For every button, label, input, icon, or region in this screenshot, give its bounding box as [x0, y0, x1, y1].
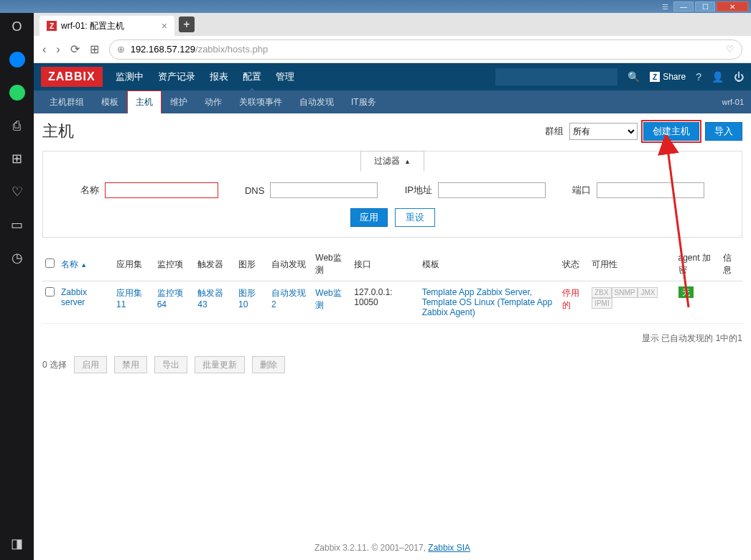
bulk-enable-button[interactable]: 启用 — [74, 356, 107, 373]
back-button[interactable]: ‹ — [42, 43, 46, 56]
graphs-link[interactable]: 图形 10 — [238, 288, 256, 309]
tab-close-button[interactable]: × — [162, 20, 167, 32]
col-items[interactable]: 监控项 — [154, 248, 195, 281]
row-checkbox[interactable] — [45, 287, 55, 297]
submenu-templates[interactable]: 模板 — [93, 90, 127, 114]
bookmark-heart-icon[interactable]: ♡ — [726, 44, 734, 55]
filter-tab[interactable]: 过滤器 ▲ — [360, 151, 424, 172]
submenu-hosts[interactable]: 主机 — [127, 90, 162, 114]
tab-favicon-icon: Z — [47, 21, 57, 31]
group-select[interactable]: 所有 — [569, 123, 638, 140]
tab-add-button[interactable]: + — [179, 17, 195, 32]
apps-icon[interactable]: ⊞ — [9, 151, 25, 167]
speeddial-button[interactable]: ⊞ — [90, 42, 99, 56]
submenu-correlation[interactable]: 关联项事件 — [230, 90, 291, 114]
whatsapp-icon[interactable] — [9, 85, 25, 101]
footer-link[interactable]: Zabbix SIA — [428, 543, 470, 553]
col-name[interactable]: 名称 ▲ — [58, 248, 113, 281]
col-status[interactable]: 状态 — [559, 248, 589, 281]
filter-ip-input[interactable] — [438, 182, 546, 198]
bulk-export-button[interactable]: 导出 — [154, 356, 187, 373]
triggers-link[interactable]: 触发器 43 — [197, 288, 223, 309]
discovery-link[interactable]: 自动发现 2 — [271, 288, 306, 309]
news-icon[interactable]: ▭ — [9, 217, 25, 233]
clock-icon[interactable]: ◷ — [9, 250, 25, 266]
search-icon[interactable]: 🔍 — [628, 71, 640, 83]
col-graphs[interactable]: 图形 — [235, 248, 269, 281]
browser-tab[interactable]: Z wrf-01: 配置主机 × — [39, 16, 174, 36]
col-info: 信息 — [720, 248, 742, 281]
filter-reset-button[interactable]: 重设 — [395, 208, 435, 227]
bulk-disable-button[interactable]: 禁用 — [114, 356, 147, 373]
bulk-actions: 0 选择 启用 禁用 导出 批量更新 删除 — [42, 356, 742, 373]
global-search-input[interactable] — [495, 68, 617, 85]
power-icon[interactable]: ⏻ — [734, 71, 744, 83]
filter-dns-label: DNS — [245, 185, 264, 196]
opera-logo-icon[interactable]: O — [9, 19, 25, 34]
menu-administration[interactable]: 管理 — [276, 62, 294, 91]
url-field[interactable]: ⊕ 192.168.57.129/zabbix/hosts.php ♡ — [109, 39, 742, 60]
help-icon[interactable]: ? — [696, 71, 701, 83]
zabbix-main-menu: 监测中 资产记录 报表 配置 管理 — [116, 62, 294, 91]
availability-badges: ZBXSNMPJMXIPMI — [589, 281, 675, 324]
titlebar-menu-icon[interactable]: ☰ — [658, 1, 672, 11]
col-web[interactable]: Web监测 — [312, 248, 351, 281]
bulk-massupdate-button[interactable]: 批量更新 — [195, 356, 245, 373]
filter-port-label: 端口 — [572, 184, 591, 197]
heart-icon[interactable]: ♡ — [9, 184, 25, 200]
globe-icon: ⊕ — [117, 44, 125, 55]
window-maximize-button[interactable]: ☐ — [695, 1, 715, 11]
submenu-maintenance[interactable]: 维护 — [162, 90, 196, 114]
menu-reports[interactable]: 报表 — [210, 62, 228, 91]
apps-link[interactable]: 应用集 11 — [116, 288, 142, 309]
page-title: 主机 — [42, 121, 74, 142]
web-link[interactable]: Web监测 — [315, 288, 341, 310]
status-link[interactable]: 停用的 — [562, 288, 579, 310]
col-templates: 模板 — [419, 248, 559, 281]
reload-button[interactable]: ⟳ — [70, 42, 80, 56]
menu-monitoring[interactable]: 监测中 — [116, 62, 144, 91]
window-minimize-button[interactable]: — — [673, 1, 694, 11]
bulk-delete-button[interactable]: 删除 — [252, 356, 285, 373]
col-apps[interactable]: 应用集 — [113, 248, 154, 281]
group-label: 群组 — [545, 125, 564, 138]
filter-port-input[interactable] — [597, 182, 704, 198]
filter-name-input[interactable] — [105, 182, 218, 198]
menu-configuration[interactable]: 配置 — [243, 62, 261, 91]
hosts-table: 名称 ▲ 应用集 监控项 触发器 图形 自动发现 Web监测 接口 模板 状态 … — [42, 248, 742, 324]
select-all-checkbox[interactable] — [45, 258, 55, 268]
table-footer-info: 显示 已自动发现的 1中的1 — [42, 332, 742, 345]
messenger-icon[interactable] — [9, 52, 25, 67]
url-text: 192.168.57.129/zabbix/hosts.php — [131, 44, 269, 55]
share-link[interactable]: Z Share — [650, 72, 686, 82]
col-encryption: agent 加密 — [676, 248, 721, 281]
selection-count: 0 选择 — [42, 359, 67, 371]
user-icon[interactable]: 👤 — [712, 71, 724, 83]
import-button[interactable]: 导入 — [705, 122, 742, 141]
submenu-hostgroups[interactable]: 主机群组 — [41, 90, 93, 114]
col-interface: 接口 — [351, 248, 419, 281]
sidebar-toggle-icon[interactable]: ◨ — [9, 536, 25, 551]
create-host-button[interactable]: 创建主机 — [643, 122, 699, 141]
items-link[interactable]: 监控项 64 — [157, 288, 183, 309]
submenu-itservices[interactable]: IT服务 — [342, 90, 385, 114]
filter-name-label: 名称 — [80, 184, 99, 197]
menu-inventory[interactable]: 资产记录 — [158, 62, 195, 91]
window-close-button[interactable]: ✕ — [717, 1, 748, 11]
camera-icon[interactable]: ⎙ — [9, 118, 25, 134]
window-titlebar: ☰ — ☐ ✕ — [0, 0, 751, 13]
opera-sidebar: O ⎙ ⊞ ♡ ▭ ◷ ◨ — [0, 13, 34, 560]
host-name-link[interactable]: Zabbix server — [61, 287, 87, 307]
zabbix-submenu: 主机群组 模板 主机 维护 动作 关联项事件 自动发现 IT服务 wrf-01 — [34, 90, 751, 113]
interface-text: 127.0.0.1: 10050 — [351, 281, 419, 324]
filter-dns-input[interactable] — [270, 182, 378, 198]
filter-apply-button[interactable]: 应用 — [350, 208, 388, 227]
col-triggers[interactable]: 触发器 — [195, 248, 235, 281]
submenu-actions[interactable]: 动作 — [196, 90, 230, 114]
zabbix-logo[interactable]: ZABBIX — [41, 67, 103, 87]
encryption-badge: 无 — [678, 286, 694, 298]
col-discovery[interactable]: 自动发现 — [269, 248, 312, 281]
forward-button[interactable]: › — [56, 43, 60, 56]
templates-link[interactable]: Template App Zabbix Server, Template OS … — [422, 287, 552, 317]
submenu-discovery[interactable]: 自动发现 — [291, 90, 342, 114]
